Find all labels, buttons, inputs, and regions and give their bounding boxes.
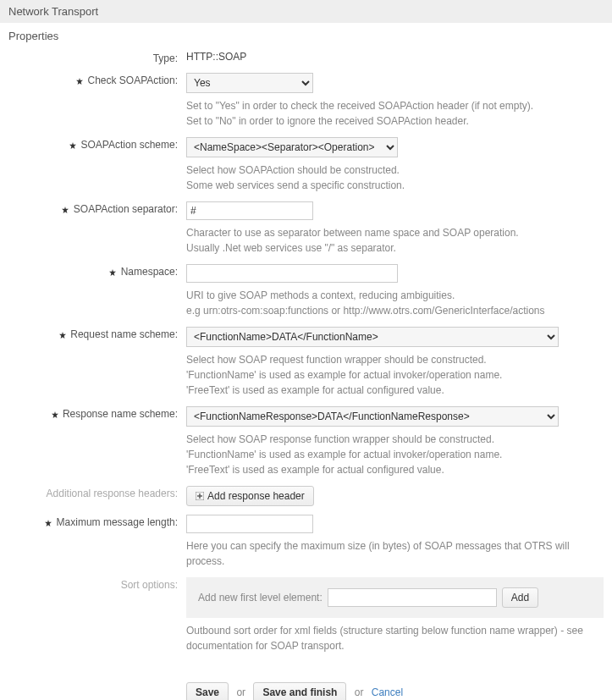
svg-marker-3: [109, 269, 116, 276]
svg-marker-0: [76, 78, 83, 85]
page-header: Network Transport: [0, 0, 612, 23]
row-max-message-length: Maximum message length: Here you can spe…: [8, 510, 604, 572]
row-type: Type: HTTP::SOAP: [8, 46, 604, 68]
row-soapaction-scheme: SOAPAction scheme: <NameSpace><Separator…: [8, 132, 604, 196]
add-sort-label: Add: [511, 592, 529, 604]
label-response-name-scheme: Response name scheme:: [63, 408, 178, 420]
help-sort-options: Outbound sort order for xml fields (stru…: [186, 623, 604, 653]
select-response-name-scheme[interactable]: <FunctionNameResponse>DATA</FunctionName…: [186, 406, 559, 427]
help-request-name-scheme: Select how SOAP request function wrapper…: [186, 352, 604, 398]
required-icon: [62, 207, 69, 213]
required-icon: [45, 520, 52, 526]
or-text-1: or: [236, 686, 245, 698]
help-soapaction-separator: Character to use as separator between na…: [186, 225, 604, 256]
section-title: Properties: [0, 23, 612, 46]
label-request-name-scheme: Request name scheme:: [70, 328, 178, 340]
input-namespace[interactable]: [186, 264, 398, 283]
select-request-name-scheme[interactable]: <FunctionName>DATA</FunctionName>: [186, 327, 559, 347]
plus-icon: [196, 492, 204, 500]
add-sort-button[interactable]: Add: [502, 587, 538, 608]
svg-marker-9: [45, 520, 52, 526]
help-namespace: URI to give SOAP methods a context, redu…: [186, 288, 604, 318]
save-button[interactable]: Save: [186, 682, 229, 700]
save-and-finish-button[interactable]: Save and finish: [253, 682, 346, 700]
label-soapaction-separator: SOAPAction separator:: [74, 203, 178, 215]
svg-marker-4: [59, 332, 66, 339]
help-check-soapaction: Set to "Yes" in order to check the recei…: [186, 98, 604, 129]
label-max-message-length: Maximum message length:: [57, 516, 178, 528]
label-soapaction-scheme: SOAPAction scheme:: [81, 139, 179, 151]
sort-options-panel: Add new first level element: Add: [186, 577, 604, 618]
select-soapaction-scheme[interactable]: <NameSpace><Separator><Operation>: [186, 137, 398, 157]
row-sort-options: Sort options: Add new first level elemen…: [8, 572, 604, 657]
sort-panel-label: Add new first level element:: [198, 592, 323, 604]
label-sort-options: Sort options:: [121, 579, 178, 591]
row-request-name-scheme: Request name scheme: <FunctionName>DATA<…: [8, 322, 604, 401]
input-soapaction-separator[interactable]: [186, 201, 313, 220]
add-response-header-button[interactable]: Add response header: [186, 486, 314, 506]
required-icon: [52, 411, 58, 418]
svg-marker-2: [62, 207, 69, 213]
help-response-name-scheme: Select how SOAP response function wrappe…: [186, 432, 604, 477]
row-check-soapaction: Check SOAPAction: Yes Set to "Yes" in or…: [8, 68, 604, 132]
svg-marker-5: [52, 411, 58, 418]
svg-marker-1: [69, 142, 76, 149]
row-response-name-scheme: Response name scheme: <FunctionNameRespo…: [8, 401, 604, 481]
select-check-soapaction[interactable]: Yes: [186, 73, 313, 93]
row-soapaction-separator: SOAPAction separator: Character to use a…: [8, 196, 604, 259]
input-sort-first-level[interactable]: [328, 588, 497, 607]
properties-form: Type: HTTP::SOAP Check SOAPAction: Yes S…: [0, 46, 612, 700]
required-icon: [69, 142, 76, 149]
required-icon: [109, 269, 116, 276]
row-actions: Save or Save and finish or Cancel: [8, 677, 604, 700]
add-response-header-label: Add response header: [207, 490, 305, 502]
required-icon: [59, 332, 66, 339]
value-type: HTTP::SOAP: [186, 51, 246, 63]
help-max-message-length: Here you can specify the maximum size (i…: [186, 538, 604, 569]
label-additional-headers: Additional response headers:: [47, 488, 178, 499]
cancel-link[interactable]: Cancel: [372, 686, 403, 698]
save-label: Save: [196, 686, 219, 698]
help-soapaction-scheme: Select how SOAPAction should be construc…: [186, 163, 604, 193]
label-check-soapaction: Check SOAPAction:: [88, 74, 179, 86]
label-type: Type:: [153, 52, 178, 64]
label-namespace: Namespace:: [121, 266, 178, 278]
row-namespace: Namespace: URI to give SOAP methods a co…: [8, 259, 604, 322]
input-max-message-length[interactable]: [186, 515, 313, 533]
required-icon: [76, 78, 83, 85]
or-text-2: or: [355, 686, 364, 698]
save-and-finish-label: Save and finish: [262, 686, 337, 698]
row-additional-headers: Additional response headers: Add respons…: [8, 481, 604, 510]
page-title: Network Transport: [8, 5, 98, 18]
